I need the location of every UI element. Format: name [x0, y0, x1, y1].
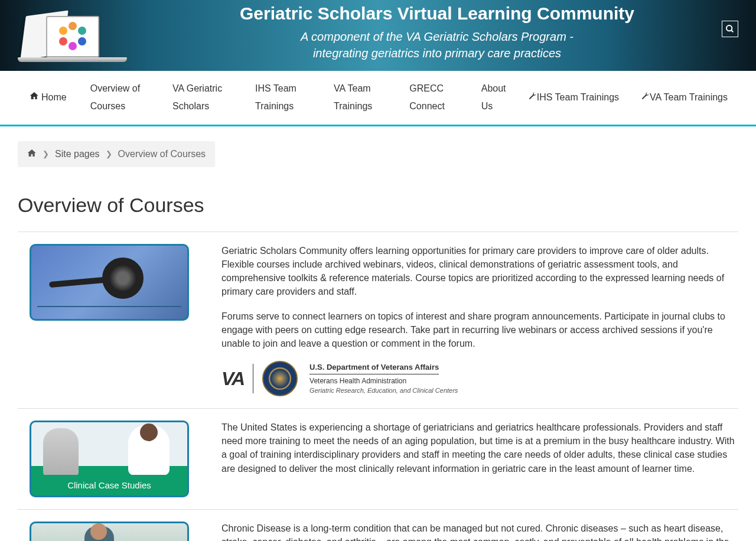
section-chronic-text: Chronic Disease is a long-term condition…: [221, 522, 738, 541]
nav-about-us[interactable]: About Us: [470, 71, 517, 125]
section-intro: Geriatric Scholars Community offers lear…: [18, 232, 738, 408]
search-button[interactable]: [722, 21, 738, 37]
nav-overview-courses[interactable]: Overview of Courses: [79, 71, 161, 125]
section-intro-text: Geriatric Scholars Community offers lear…: [221, 244, 738, 396]
nav-ihs-team-trainings[interactable]: IHS Team Trainings: [243, 71, 322, 125]
banner-logo: [18, 3, 127, 62]
nav-grecc-connect[interactable]: GRECC Connect: [397, 71, 469, 125]
svg-point-0: [726, 25, 732, 31]
breadcrumb-current: Overview of Courses: [118, 149, 206, 159]
chevron-right-icon: ❯: [43, 149, 49, 158]
section-clinical-text: The United States is experiencing a shor…: [221, 421, 738, 497]
home-icon: [27, 148, 37, 158]
nav-home[interactable]: Home: [18, 71, 79, 125]
banner-title: Geriatric Scholars Virtual Learning Comm…: [136, 4, 738, 24]
nav-va-team-trainings[interactable]: VA Team Trainings: [322, 71, 397, 125]
banner-subtitle: A component of the VA Geriatric Scholars…: [136, 28, 738, 61]
breadcrumb: ❯ Site pages ❯ Overview of Courses: [18, 141, 215, 167]
section-chronic-disease: Chronic Disease is a long-term condition…: [18, 509, 738, 541]
section-image-chronic[interactable]: [30, 522, 189, 541]
main-nav: Home Overview of Courses VA Geriatric Sc…: [0, 71, 756, 126]
site-banner: Geriatric Scholars Virtual Learning Comm…: [0, 0, 756, 71]
wrench-icon: [640, 92, 650, 103]
va-dept-name: U.S. Department of Veterans Affairs: [309, 362, 439, 374]
chevron-right-icon: ❯: [106, 149, 112, 158]
nav-right-ihs-trainings[interactable]: IHS Team Trainings: [517, 71, 630, 125]
nav-right-va-trainings[interactable]: VA Team Trainings: [630, 71, 738, 125]
banner-text: Geriatric Scholars Virtual Learning Comm…: [136, 4, 738, 61]
svg-line-1: [731, 30, 733, 32]
section-image-clinical[interactable]: Clinical Case Studies: [30, 421, 189, 497]
va-affiliation-block: VA U.S. Department of Veterans Affairs V…: [221, 361, 738, 396]
image-label-clinical: Clinical Case Studies: [31, 475, 187, 496]
va-center-name: Geriatric Research, Education, and Clini…: [309, 386, 458, 395]
page-title: Overview of Courses: [18, 194, 738, 217]
section-image-stethoscope: [30, 244, 189, 321]
va-admin-name: Veterans Health Administration: [309, 376, 458, 386]
search-icon: [725, 24, 735, 34]
nav-va-geriatric-scholars[interactable]: VA Geriatric Scholars: [161, 71, 243, 125]
home-icon: [30, 89, 39, 106]
va-logo: VA: [221, 365, 244, 392]
va-seal-icon: [262, 361, 298, 396]
section-clinical-case-studies: Clinical Case Studies The United States …: [18, 408, 738, 509]
breadcrumb-site-pages[interactable]: Site pages: [55, 149, 100, 159]
breadcrumb-home[interactable]: [27, 148, 37, 160]
wrench-icon: [527, 92, 537, 103]
